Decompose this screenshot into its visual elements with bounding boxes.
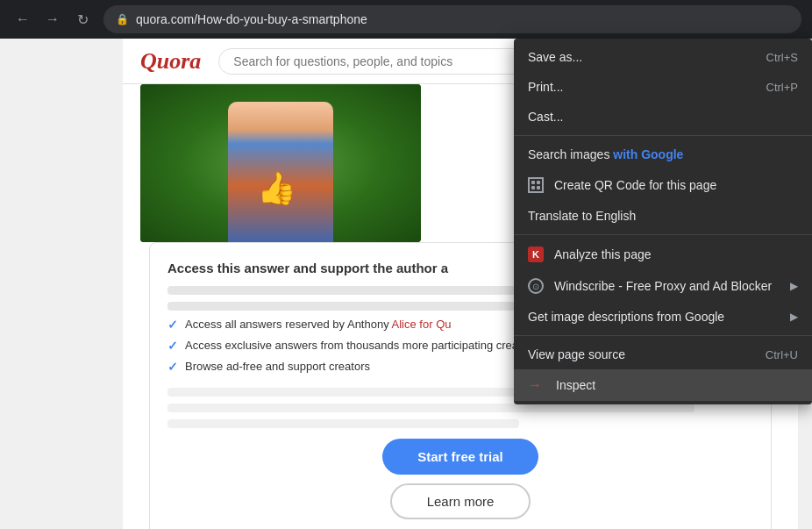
- lock-icon: 🔒: [116, 13, 129, 25]
- menu-item-translate[interactable]: Translate to English: [514, 201, 812, 231]
- cast-label: Cast...: [528, 110, 563, 124]
- feature-text-3: Browse ad-free and support creators: [185, 360, 370, 373]
- blurred-behind-2: [167, 404, 694, 412]
- search-images-label: Search images with Google: [528, 147, 683, 161]
- inspect-label: Inspect: [556, 378, 595, 392]
- print-shortcut: Ctrl+P: [766, 81, 798, 94]
- context-menu: Save as... Ctrl+S Print... Ctrl+P Cast..…: [514, 39, 812, 404]
- left-sidebar: [0, 39, 123, 529]
- menu-item-view-source[interactable]: View page source Ctrl+U: [514, 340, 812, 369]
- feature-text-1: Access all answers reserved by Anthony A…: [185, 318, 451, 331]
- save-as-label: Save as...: [528, 50, 582, 64]
- url-text: quora.com/How-do-you-buy-a-smartphone: [136, 12, 367, 26]
- page-content: Quora Access this answer and support the…: [0, 39, 812, 529]
- menu-item-search-images[interactable]: Search images with Google: [514, 139, 812, 169]
- learn-more-button[interactable]: Learn more: [390, 483, 531, 519]
- nav-buttons: ← → ↻: [11, 7, 95, 32]
- inspect-arrow-icon: →: [528, 377, 542, 393]
- search-input[interactable]: [218, 48, 534, 75]
- print-label: Print...: [528, 80, 563, 94]
- create-qr-label: Create QR Code for this page: [554, 178, 716, 192]
- check-icon-3: ✓: [167, 360, 178, 374]
- menu-item-inspect[interactable]: → Inspect: [514, 369, 812, 401]
- anime-character: [140, 84, 421, 242]
- translate-label: Translate to English: [528, 209, 636, 223]
- back-button[interactable]: ←: [11, 7, 35, 32]
- forward-button[interactable]: →: [40, 7, 65, 32]
- reload-button[interactable]: ↻: [70, 7, 95, 32]
- qr-code-icon: [528, 177, 544, 193]
- windscribe-label: Windscribe - Free Proxy and Ad Blocker: [554, 279, 772, 293]
- image-desc-arrow: ▶: [790, 311, 798, 323]
- blurred-line-2: [167, 302, 519, 311]
- menu-item-save-as[interactable]: Save as... Ctrl+S: [514, 42, 812, 72]
- menu-item-windscribe[interactable]: ⊙ Windscribe - Free Proxy and Ad Blocker…: [514, 270, 812, 302]
- windscribe-icon: ⊙: [528, 278, 544, 294]
- article-image: [140, 84, 421, 242]
- menu-item-cast[interactable]: Cast...: [514, 102, 812, 132]
- blurred-behind-3: [167, 419, 519, 428]
- view-source-label: View page source: [528, 347, 625, 361]
- menu-divider-3: [514, 335, 812, 336]
- analyze-label: Analyze this page: [554, 247, 652, 261]
- view-source-shortcut: Ctrl+U: [766, 348, 798, 361]
- check-icon-1: ✓: [167, 318, 178, 332]
- menu-item-analyze[interactable]: K Analyze this page: [514, 239, 812, 270]
- save-as-shortcut: Ctrl+S: [766, 51, 798, 64]
- menu-item-print[interactable]: Print... Ctrl+P: [514, 72, 812, 102]
- check-icon-2: ✓: [167, 339, 178, 353]
- windscribe-arrow: ▶: [790, 280, 798, 292]
- image-desc-label: Get image descriptions from Google: [528, 310, 724, 324]
- analyze-k-icon: K: [528, 247, 544, 262]
- browser-chrome: ← → ↻ 🔒 quora.com/How-do-you-buy-a-smart…: [0, 0, 812, 39]
- menu-divider-1: [514, 135, 812, 136]
- address-bar[interactable]: 🔒 quora.com/How-do-you-buy-a-smartphone: [103, 5, 801, 33]
- quora-logo: Quora: [140, 48, 201, 75]
- menu-item-create-qr[interactable]: Create QR Code for this page: [514, 169, 812, 201]
- menu-item-image-desc[interactable]: Get image descriptions from Google ▶: [514, 302, 812, 332]
- menu-divider-2: [514, 234, 812, 235]
- start-trial-button[interactable]: Start free trial: [382, 439, 538, 475]
